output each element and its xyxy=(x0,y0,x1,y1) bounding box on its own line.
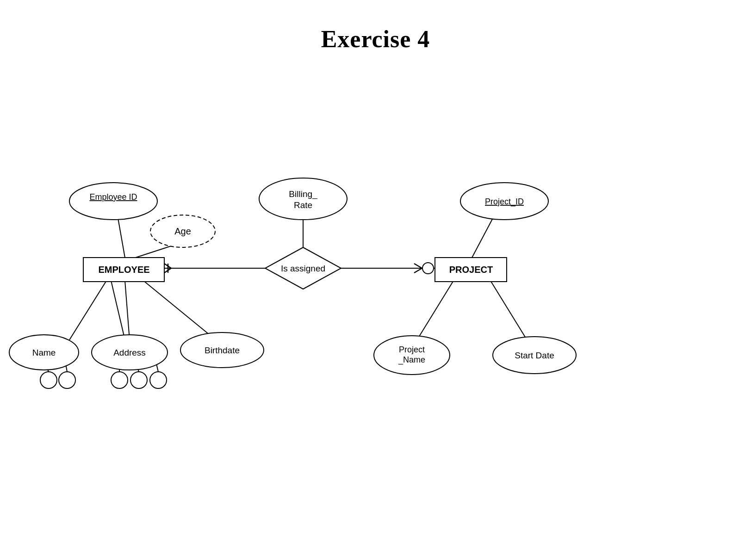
svg-point-25 xyxy=(422,263,434,274)
svg-point-6 xyxy=(40,372,57,388)
svg-point-11 xyxy=(130,372,147,388)
relationship-label: Is assigned xyxy=(281,264,325,273)
project-label: PROJECT xyxy=(449,265,493,275)
er-diagram: EMPLOYEE PROJECT Employee ID Age Billing… xyxy=(0,0,751,560)
svg-line-5 xyxy=(143,281,217,341)
project-name-attr: Project xyxy=(399,345,425,354)
svg-line-26 xyxy=(414,264,422,268)
svg-line-0 xyxy=(118,218,125,258)
svg-line-4 xyxy=(125,281,130,340)
billing-rate-attr: Billing_ xyxy=(289,189,317,199)
name-attr: Name xyxy=(32,348,56,357)
svg-line-27 xyxy=(414,268,422,273)
age-attr: Age xyxy=(174,226,191,236)
address-attr: Address xyxy=(113,348,146,357)
project-id-attr: Project_ID xyxy=(485,197,524,207)
billing-rate-attr2: Rate xyxy=(294,200,312,210)
svg-line-3 xyxy=(111,281,125,340)
employee-id-attr: Employee ID xyxy=(89,192,137,202)
svg-line-18 xyxy=(490,281,528,341)
employee-label: EMPLOYEE xyxy=(98,265,149,275)
svg-line-2 xyxy=(69,281,106,340)
page: Exercise 4 xyxy=(0,0,751,560)
project-name-attr2: _Name xyxy=(398,355,425,365)
svg-point-12 xyxy=(150,372,167,388)
svg-point-33 xyxy=(259,178,347,220)
birthdate-attr: Birthdate xyxy=(205,345,240,355)
svg-line-17 xyxy=(416,281,453,341)
svg-line-16 xyxy=(472,218,493,258)
svg-point-7 xyxy=(59,372,75,388)
svg-point-10 xyxy=(111,372,128,388)
start-date-attr: Start Date xyxy=(515,351,554,360)
